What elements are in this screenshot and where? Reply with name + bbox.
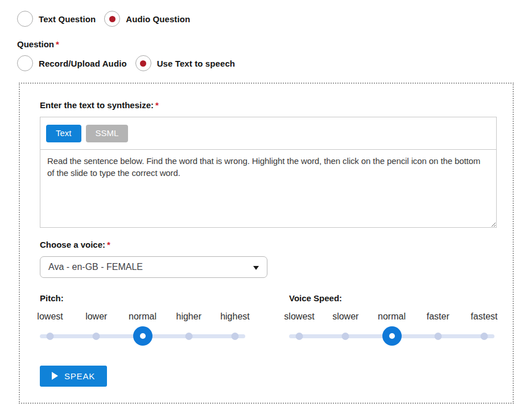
pitch-stop-higher[interactable] bbox=[185, 333, 192, 340]
pitch-stop-lower[interactable] bbox=[93, 333, 100, 340]
radio-circle-selected[interactable] bbox=[104, 11, 120, 27]
question-builder-form: Text Question Audio Question Question* R… bbox=[0, 0, 532, 404]
text-to-speech-panel: Enter the text to synthesize:* Text SSML… bbox=[19, 83, 514, 404]
radio-text-question[interactable]: Text Question bbox=[17, 11, 96, 27]
speed-tick-fastest[interactable]: fastest bbox=[471, 312, 497, 322]
speed-tick-slowest[interactable]: slowest bbox=[284, 312, 314, 322]
play-icon bbox=[52, 372, 58, 380]
speed-tick-faster[interactable]: faster bbox=[427, 312, 449, 322]
speed-stop-slower[interactable] bbox=[342, 333, 349, 340]
pitch-slider[interactable]: lowest lower normal higher highest bbox=[40, 312, 245, 345]
radio-text-to-speech[interactable]: Use Text to speech bbox=[135, 55, 235, 71]
chevron-down-icon bbox=[253, 266, 259, 270]
speed-stop-slowest[interactable] bbox=[296, 333, 303, 340]
synthesize-input-group: Text SSML Read the sentence below. Find … bbox=[40, 117, 497, 228]
pitch-tick-lowest[interactable]: lowest bbox=[37, 312, 63, 322]
radio-label-text-question: Text Question bbox=[39, 14, 96, 24]
pitch-stop-highest[interactable] bbox=[231, 333, 238, 340]
synthesize-label-text: Enter the text to synthesize: bbox=[40, 100, 154, 110]
radio-audio-question[interactable]: Audio Question bbox=[104, 11, 190, 27]
speed-tick-normal[interactable]: normal bbox=[378, 312, 406, 322]
pitch-label: Pitch: bbox=[40, 293, 245, 303]
speak-button-label: SPEAK bbox=[64, 371, 95, 381]
radio-label-audio-question: Audio Question bbox=[126, 14, 190, 24]
speak-button[interactable]: SPEAK bbox=[40, 366, 107, 387]
voice-select-value: Ava - en-GB - FEMALE bbox=[48, 262, 143, 272]
tab-ssml[interactable]: SSML bbox=[86, 125, 129, 142]
radio-label-record-upload: Record/Upload Audio bbox=[39, 59, 127, 68]
sliders-row: Pitch: lowest lower normal higher highes… bbox=[40, 293, 494, 345]
question-type-group: Text Question Audio Question bbox=[17, 11, 532, 27]
speed-stop-faster[interactable] bbox=[434, 333, 442, 340]
radio-label-text-to-speech: Use Text to speech bbox=[157, 59, 235, 68]
synthesize-text-label: Enter the text to synthesize:* bbox=[40, 100, 494, 110]
speed-stop-fastest[interactable] bbox=[480, 333, 488, 340]
speed-slider-knob[interactable] bbox=[382, 326, 402, 346]
tab-text[interactable]: Text bbox=[46, 125, 81, 142]
voice-select-dropdown[interactable]: Ava - en-GB - FEMALE bbox=[40, 256, 267, 278]
synthesize-text-input[interactable]: Read the sentence below. Find the word t… bbox=[40, 150, 496, 227]
voice-label-text: Choose a voice: bbox=[40, 240, 105, 249]
voice-speed-slider[interactable]: slowest slower normal faster fastest bbox=[289, 312, 494, 345]
question-field-label: Question* bbox=[17, 39, 532, 49]
radio-circle-selected[interactable] bbox=[135, 55, 151, 71]
speed-slider-group: Voice Speed: slowest slower normal faste… bbox=[289, 293, 494, 345]
speed-tick-slower[interactable]: slower bbox=[332, 312, 358, 322]
question-label-text: Question bbox=[17, 39, 54, 49]
required-asterisk: * bbox=[107, 240, 110, 249]
required-asterisk: * bbox=[155, 100, 159, 110]
pitch-tick-lower[interactable]: lower bbox=[85, 312, 107, 322]
voice-speed-label: Voice Speed: bbox=[289, 293, 494, 303]
pitch-tick-normal[interactable]: normal bbox=[129, 312, 156, 322]
choose-voice-label: Choose a voice:* bbox=[40, 240, 494, 249]
pitch-slider-group: Pitch: lowest lower normal higher highes… bbox=[40, 293, 245, 345]
required-asterisk: * bbox=[56, 39, 59, 49]
radio-record-upload[interactable]: Record/Upload Audio bbox=[17, 55, 127, 71]
radio-circle-unselected[interactable] bbox=[17, 11, 33, 27]
input-mode-tabs: Text SSML bbox=[40, 117, 496, 150]
pitch-slider-knob[interactable] bbox=[133, 326, 152, 346]
pitch-tick-highest[interactable]: highest bbox=[220, 312, 250, 322]
radio-circle-unselected[interactable] bbox=[17, 55, 33, 71]
pitch-stop-lowest[interactable] bbox=[47, 333, 54, 340]
audio-source-group: Record/Upload Audio Use Text to speech bbox=[17, 55, 532, 71]
pitch-tick-higher[interactable]: higher bbox=[176, 312, 201, 322]
